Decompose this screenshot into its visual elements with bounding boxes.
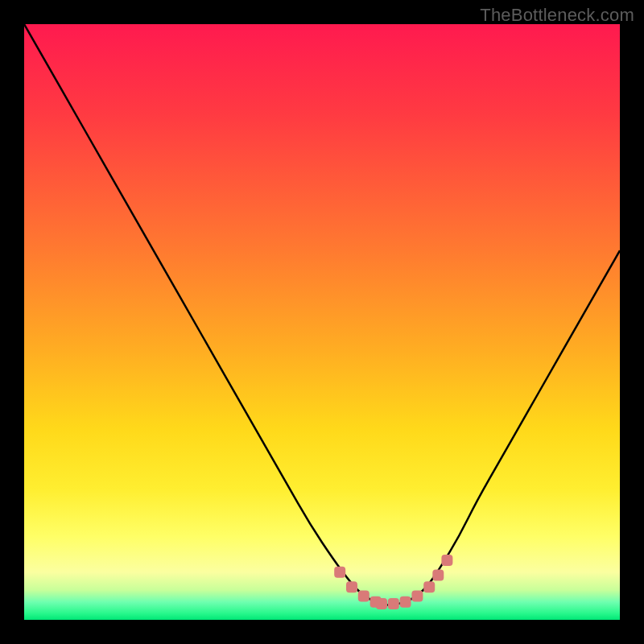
marker-point bbox=[432, 570, 444, 581]
marker-group bbox=[334, 555, 452, 609]
bottleneck-curve bbox=[24, 24, 620, 605]
marker-point bbox=[346, 581, 357, 592]
marker-point bbox=[334, 567, 345, 578]
marker-point bbox=[388, 598, 399, 609]
marker-point bbox=[441, 555, 452, 566]
marker-point bbox=[411, 590, 423, 601]
marker-point bbox=[358, 590, 369, 601]
curve-layer bbox=[24, 24, 620, 620]
chart-frame: TheBottleneck.com bbox=[0, 0, 644, 644]
marker-point bbox=[400, 597, 411, 608]
plot-area bbox=[24, 24, 620, 620]
marker-point bbox=[423, 581, 435, 592]
watermark-text: TheBottleneck.com bbox=[480, 5, 634, 26]
marker-point bbox=[376, 598, 387, 609]
